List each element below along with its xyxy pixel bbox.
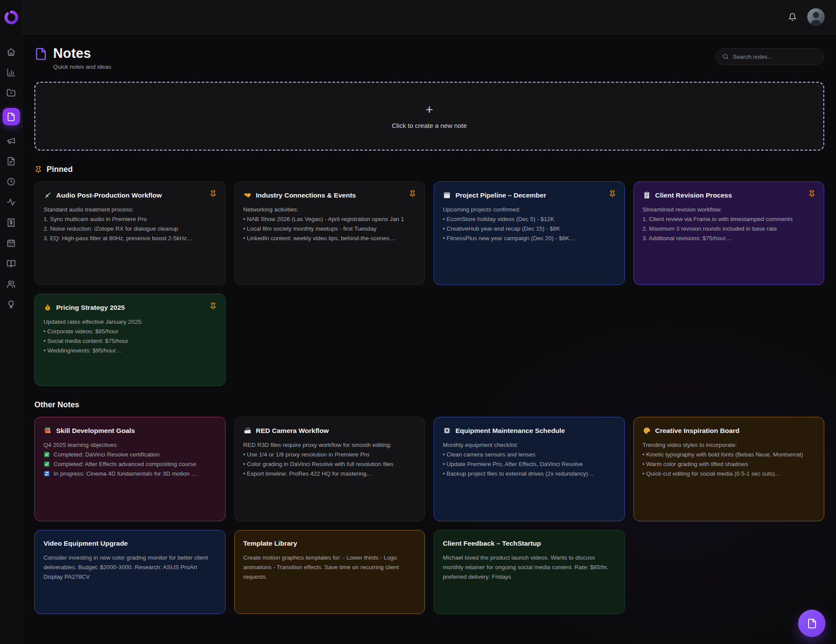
calendar-icon [7, 238, 16, 248]
sidebar-item-book[interactable] [6, 258, 17, 268]
sidebar-item-lightbulb[interactable] [6, 299, 17, 309]
note-card[interactable]: Audio Post-Production WorkflowStandard a… [34, 181, 226, 285]
note-line-text: 1. Client review via Frame.io with times… [643, 215, 793, 224]
sidebar-item-bar-chart[interactable] [6, 67, 17, 77]
note-card[interactable]: Client Feedback – TechStartupMichael lov… [434, 530, 625, 614]
note-line-text: • LinkedIn content: weekly video tips, b… [243, 234, 395, 243]
note-line-text: • CreativeHub year-end recap (Dec 15) - … [443, 224, 560, 234]
sidebar-item-clock[interactable] [6, 176, 17, 187]
note-line-text: • Warm color grading with lifted shadows [643, 460, 748, 469]
sidebar-item-notes[interactable] [3, 108, 20, 125]
sidebar-item-folder[interactable] [6, 87, 17, 98]
note-line-text: Networking activities: [243, 205, 299, 215]
note-line-text: • Corporate videos: $85/hour [44, 327, 118, 336]
search-input[interactable] [733, 54, 818, 60]
section-pinned: PinnedAudio Post-Production WorkflowStan… [34, 165, 824, 386]
note-line-text: Trending video styles to incorporate: [643, 440, 737, 450]
sidebar-item-activity[interactable] [6, 197, 17, 207]
moneybag-emoji-icon [44, 303, 52, 312]
note-line: • NAB Show 2026 (Las Vegas) - April regi… [243, 215, 416, 224]
unpin-icon[interactable] [409, 190, 416, 198]
note-line-text: 3. EQ: High-pass filter at 80Hz, presenc… [44, 234, 192, 243]
note-line-text: 2. Maximum 3 revision rounds included in… [643, 224, 777, 234]
new-note-fab[interactable] [798, 610, 826, 637]
section-other-notes: Other NotesSkill Development GoalsQ4 202… [34, 400, 824, 614]
note-line: In progress: Cinema 4D fundamentals for … [44, 469, 216, 479]
plus-icon: + [425, 103, 433, 116]
note-body: Monthly equipment checklist:• Clean came… [443, 440, 616, 479]
note-body: Standard audio treatment process:1. Sync… [44, 205, 216, 243]
notifications-bell-icon[interactable] [788, 13, 797, 21]
sidebar-item-receipt[interactable] [6, 217, 17, 228]
palette-emoji-icon [643, 426, 651, 435]
note-line: Networking activities: [243, 205, 416, 215]
note-line-text: 2. Noise reduction: iZotope RX for dialo… [44, 224, 178, 234]
note-line-text: • Kinetic typography with bold fonts (Be… [643, 450, 803, 460]
sidebar-item-users[interactable] [6, 278, 17, 289]
sidebar-item-file-text[interactable] [6, 156, 17, 166]
note-card[interactable]: Client Revision ProcessStreamlined revis… [634, 181, 825, 285]
note-card[interactable]: RED Camera WorkflowRED R3D files require… [234, 417, 425, 521]
note-card[interactable]: Equipment Maintenance ScheduleMonthly eq… [434, 417, 625, 521]
note-line-text: Updated rates effective January 2025: [44, 317, 143, 327]
note-card[interactable]: Industry Connections & EventsNetworking … [234, 181, 425, 285]
sidebar-item-home[interactable] [6, 47, 17, 57]
note-card[interactable]: Video Equipment UpgradeConsider investin… [34, 530, 226, 614]
note-line: • Color grading in DaVinci Resolve with … [243, 460, 416, 469]
note-line-text: Standard audio treatment process: [44, 205, 134, 215]
user-avatar[interactable] [807, 8, 825, 26]
unpin-icon[interactable] [209, 302, 217, 310]
note-card[interactable]: Pricing Strategy 2025Updated rates effec… [34, 294, 226, 386]
create-note-button[interactable]: + Click to create a new note [34, 82, 824, 151]
note-line: RED R3D files require proxy workflow for… [243, 440, 416, 450]
note-title: Template Library [243, 540, 297, 547]
note-line: 1. Sync multicam audio in Premiere Pro [44, 215, 216, 224]
note-title: Video Equipment Upgrade [44, 540, 128, 547]
note-line: • Clean camera sensors and lenses [443, 450, 616, 460]
topbar [23, 0, 836, 34]
note-title: Industry Connections & Events [256, 191, 356, 199]
note-line: • Update Premiere Pro, After Effects, Da… [443, 460, 616, 469]
calendar-emoji-emoji-icon [443, 191, 451, 199]
note-line: 2. Maximum 3 revision rounds included in… [643, 224, 816, 234]
section-header: Pinned [34, 165, 824, 174]
clock-icon [7, 177, 16, 186]
note-line-text: Completed: DaVinci Resolve certification [54, 450, 160, 460]
clipboard-emoji-icon [643, 191, 651, 199]
note-line: • Social media content: $75/hour [44, 336, 216, 346]
main-content: Notes Quick notes and ideas + Click to c… [23, 34, 836, 644]
note-line-text: • Quick-cut editing for social media (0.… [643, 469, 781, 479]
sidebar-item-megaphone[interactable] [6, 135, 17, 146]
note-card[interactable]: Creative Inspiration BoardTrending video… [634, 417, 825, 521]
clapper-emoji-icon [243, 426, 252, 435]
note-line-text: Completed: After Effects advanced compos… [54, 460, 196, 469]
note-line-text: • FitnessPlus new year campaign (Dec 20)… [443, 234, 575, 243]
note-title: Client Revision Process [655, 191, 732, 199]
note-line-text: Consider investing in new color grading … [44, 553, 216, 582]
note-card[interactable]: Template LibraryCreate motion graphics t… [234, 530, 425, 614]
note-line: • Local film society monthly meetups - f… [243, 224, 416, 234]
note-card[interactable]: Skill Development GoalsQ4 2025 learning … [34, 417, 226, 521]
search-box[interactable] [715, 48, 824, 65]
note-line: Monthly equipment checklist: [443, 440, 616, 450]
app-window: Notes Quick notes and ideas + Click to c… [0, 0, 836, 644]
unpin-icon[interactable] [808, 190, 816, 198]
home-icon [7, 47, 16, 57]
note-line: Completed: DaVinci Resolve certification [44, 450, 216, 460]
unpin-icon[interactable] [609, 190, 616, 198]
note-line-text: Monthly equipment checklist: [443, 440, 518, 450]
note-title: Equipment Maintenance Schedule [455, 427, 565, 435]
note-line: • Backup project files to external drive… [443, 469, 616, 479]
page-header: Notes Quick notes and ideas [34, 46, 824, 70]
pin-icon [34, 166, 42, 174]
note-line: • LinkedIn content: weekly video tips, b… [243, 234, 416, 243]
app-logo[interactable] [0, 0, 23, 34]
note-line: • Warm color grading with lifted shadows [643, 460, 816, 469]
sidebar-nav [0, 34, 23, 644]
sidebar-item-calendar[interactable] [6, 238, 17, 248]
note-body: Q4 2025 learning objectives:Completed: D… [44, 440, 216, 479]
note-line-text: • Color grading in DaVinci Resolve with … [243, 460, 394, 469]
slider-emoji-icon [44, 191, 52, 199]
unpin-icon[interactable] [209, 190, 217, 198]
note-card[interactable]: Project Pipeline – DecemberUpcoming proj… [434, 181, 625, 285]
